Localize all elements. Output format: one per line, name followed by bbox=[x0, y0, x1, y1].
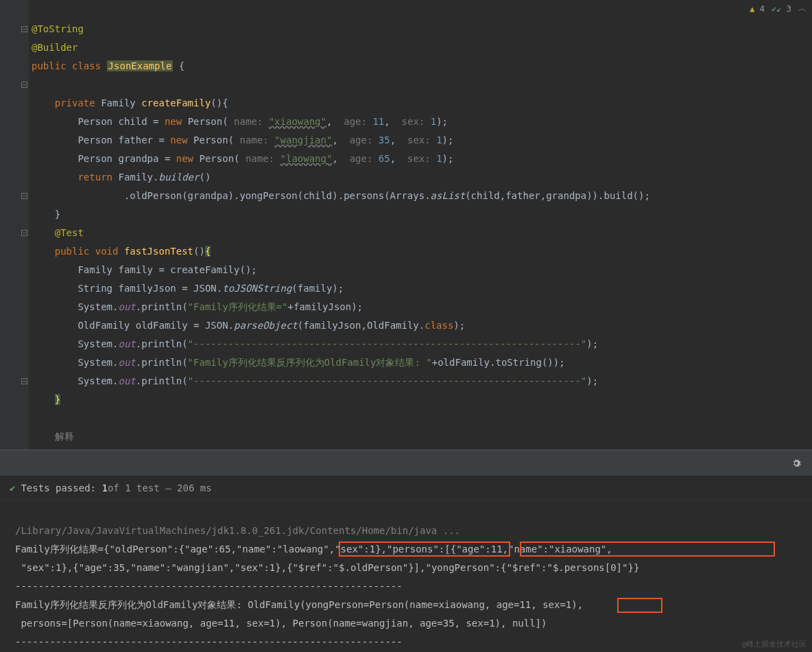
watermark: @稀土掘金技术社区 bbox=[741, 639, 807, 649]
editor-gutter[interactable]: ▶ ▶ bbox=[0, 0, 29, 450]
fold-icon[interactable] bbox=[21, 230, 27, 236]
fold-icon[interactable] bbox=[21, 193, 27, 199]
console-output[interactable]: /Library/Java/JavaVirtualMachines/jdk1.8… bbox=[0, 500, 812, 652]
tests-label: Tests passed: bbox=[21, 482, 96, 493]
run-toolbar bbox=[0, 450, 812, 476]
java-path: /Library/Java/JavaVirtualMachines/jdk1.8… bbox=[15, 525, 460, 536]
tests-of-text: of 1 test – 206 ms bbox=[108, 482, 212, 493]
gear-icon[interactable] bbox=[790, 457, 802, 469]
code-editor[interactable]: ▲ 4 ✔↙ 3 ︿ ▶ ▶ @ToString @Builder public… bbox=[0, 0, 812, 450]
fold-icon[interactable] bbox=[21, 378, 27, 384]
code-area[interactable]: @ToString @Builder public class JsonExam… bbox=[29, 0, 812, 450]
check-icon: ✔ bbox=[10, 482, 15, 493]
check-count: 3 bbox=[787, 4, 791, 14]
warning-icon: ▲ bbox=[750, 4, 754, 14]
tests-passed-count: 1 bbox=[102, 482, 107, 493]
tests-summary: ✔ Tests passed: 1 of 1 test – 206 ms bbox=[0, 476, 812, 500]
chevron-up-icon[interactable]: ︿ bbox=[798, 3, 807, 14]
fold-icon[interactable] bbox=[21, 82, 27, 88]
highlight-box bbox=[617, 598, 662, 613]
inspection-indicators: ▲ 4 ✔↙ 3 ︿ bbox=[750, 3, 807, 14]
warning-count: 4 bbox=[760, 4, 765, 14]
fold-icon[interactable] bbox=[21, 26, 27, 32]
